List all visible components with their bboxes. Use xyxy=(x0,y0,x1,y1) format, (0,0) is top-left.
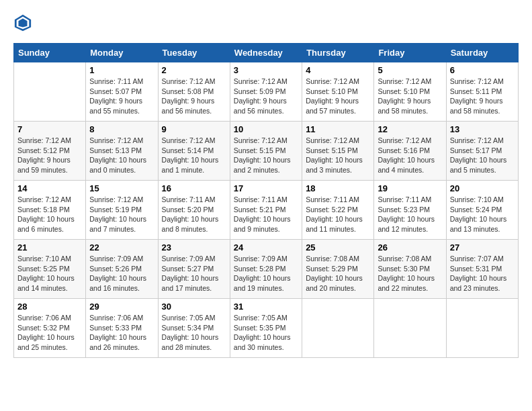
day-number: 14 xyxy=(17,183,82,193)
week-row-2: 7Sunrise: 7:12 AM Sunset: 5:12 PM Daylig… xyxy=(14,122,519,181)
day-info: Sunrise: 7:09 AM Sunset: 5:28 PM Dayligh… xyxy=(234,254,298,293)
calendar-cell: 29Sunrise: 7:06 AM Sunset: 5:33 PM Dayli… xyxy=(86,299,158,358)
calendar-cell: 21Sunrise: 7:10 AM Sunset: 5:25 PM Dayli… xyxy=(14,240,86,299)
day-info: Sunrise: 7:12 AM Sunset: 5:15 PM Dayligh… xyxy=(306,136,370,175)
calendar-cell: 18Sunrise: 7:11 AM Sunset: 5:22 PM Dayli… xyxy=(302,181,374,240)
day-number: 19 xyxy=(378,183,442,193)
calendar-cell: 11Sunrise: 7:12 AM Sunset: 5:15 PM Dayli… xyxy=(302,122,374,181)
day-number: 1 xyxy=(89,65,154,75)
day-info: Sunrise: 7:12 AM Sunset: 5:10 PM Dayligh… xyxy=(306,77,370,116)
calendar-cell: 31Sunrise: 7:05 AM Sunset: 5:35 PM Dayli… xyxy=(230,299,302,358)
calendar-cell: 6Sunrise: 7:12 AM Sunset: 5:11 PM Daylig… xyxy=(446,62,518,122)
calendar-cell: 15Sunrise: 7:12 AM Sunset: 5:19 PM Dayli… xyxy=(86,181,158,240)
day-info: Sunrise: 7:12 AM Sunset: 5:11 PM Dayligh… xyxy=(450,77,515,116)
day-header-sunday: Sunday xyxy=(14,44,86,62)
calendar-cell: 27Sunrise: 7:07 AM Sunset: 5:31 PM Dayli… xyxy=(446,240,518,299)
calendar-cell: 20Sunrise: 7:10 AM Sunset: 5:24 PM Dayli… xyxy=(446,181,518,240)
day-number: 3 xyxy=(234,65,298,75)
calendar-cell: 25Sunrise: 7:08 AM Sunset: 5:29 PM Dayli… xyxy=(302,240,374,299)
day-number: 10 xyxy=(234,124,298,134)
calendar-cell xyxy=(446,299,518,358)
calendar-cell: 4Sunrise: 7:12 AM Sunset: 5:10 PM Daylig… xyxy=(302,62,374,122)
calendar-cell: 9Sunrise: 7:12 AM Sunset: 5:14 PM Daylig… xyxy=(158,122,230,181)
day-info: Sunrise: 7:12 AM Sunset: 5:17 PM Dayligh… xyxy=(450,136,515,175)
page-header xyxy=(13,13,519,32)
day-info: Sunrise: 7:12 AM Sunset: 5:18 PM Dayligh… xyxy=(17,195,82,234)
day-header-friday: Friday xyxy=(374,44,446,62)
calendar-cell: 26Sunrise: 7:08 AM Sunset: 5:30 PM Dayli… xyxy=(374,240,446,299)
calendar-cell xyxy=(374,299,446,358)
day-info: Sunrise: 7:08 AM Sunset: 5:30 PM Dayligh… xyxy=(378,254,442,293)
day-info: Sunrise: 7:06 AM Sunset: 5:32 PM Dayligh… xyxy=(17,313,82,353)
day-number: 11 xyxy=(306,124,370,134)
day-number: 28 xyxy=(17,302,82,312)
calendar-cell: 19Sunrise: 7:11 AM Sunset: 5:23 PM Dayli… xyxy=(374,181,446,240)
day-info: Sunrise: 7:09 AM Sunset: 5:26 PM Dayligh… xyxy=(89,254,154,293)
calendar-cell: 10Sunrise: 7:12 AM Sunset: 5:15 PM Dayli… xyxy=(230,122,302,181)
day-info: Sunrise: 7:10 AM Sunset: 5:25 PM Dayligh… xyxy=(17,254,82,293)
day-number: 7 xyxy=(17,124,82,134)
calendar-cell: 7Sunrise: 7:12 AM Sunset: 5:12 PM Daylig… xyxy=(14,122,86,181)
week-row-1: 1Sunrise: 7:11 AM Sunset: 5:07 PM Daylig… xyxy=(14,62,519,122)
calendar-cell: 14Sunrise: 7:12 AM Sunset: 5:18 PM Dayli… xyxy=(14,181,86,240)
week-row-5: 28Sunrise: 7:06 AM Sunset: 5:32 PM Dayli… xyxy=(14,299,519,358)
day-info: Sunrise: 7:12 AM Sunset: 5:19 PM Dayligh… xyxy=(89,195,154,234)
day-info: Sunrise: 7:05 AM Sunset: 5:34 PM Dayligh… xyxy=(162,313,226,353)
day-header-monday: Monday xyxy=(86,44,158,62)
day-header-wednesday: Wednesday xyxy=(230,44,302,62)
calendar-cell: 12Sunrise: 7:12 AM Sunset: 5:16 PM Dayli… xyxy=(374,122,446,181)
day-info: Sunrise: 7:10 AM Sunset: 5:24 PM Dayligh… xyxy=(450,195,515,234)
calendar-cell xyxy=(302,299,374,358)
calendar-cell: 22Sunrise: 7:09 AM Sunset: 5:26 PM Dayli… xyxy=(86,240,158,299)
day-number: 31 xyxy=(234,302,298,312)
day-number: 2 xyxy=(162,65,226,75)
calendar-cell: 28Sunrise: 7:06 AM Sunset: 5:32 PM Dayli… xyxy=(14,299,86,358)
day-number: 26 xyxy=(378,242,442,253)
calendar-cell: 13Sunrise: 7:12 AM Sunset: 5:17 PM Dayli… xyxy=(446,122,518,181)
calendar-cell: 30Sunrise: 7:05 AM Sunset: 5:34 PM Dayli… xyxy=(158,299,230,358)
calendar-cell: 1Sunrise: 7:11 AM Sunset: 5:07 PM Daylig… xyxy=(86,62,158,122)
day-info: Sunrise: 7:06 AM Sunset: 5:33 PM Dayligh… xyxy=(89,313,154,353)
calendar-cell: 17Sunrise: 7:11 AM Sunset: 5:21 PM Dayli… xyxy=(230,181,302,240)
day-number: 13 xyxy=(450,124,515,134)
day-number: 17 xyxy=(234,183,298,193)
day-number: 24 xyxy=(234,242,298,253)
day-info: Sunrise: 7:11 AM Sunset: 5:21 PM Dayligh… xyxy=(234,195,298,234)
day-info: Sunrise: 7:09 AM Sunset: 5:27 PM Dayligh… xyxy=(162,254,226,293)
logo xyxy=(13,13,35,32)
day-number: 23 xyxy=(162,242,226,253)
day-info: Sunrise: 7:12 AM Sunset: 5:16 PM Dayligh… xyxy=(378,136,442,175)
day-info: Sunrise: 7:11 AM Sunset: 5:22 PM Dayligh… xyxy=(306,195,370,234)
day-number: 29 xyxy=(89,302,154,312)
day-number: 22 xyxy=(89,242,154,253)
day-number: 12 xyxy=(378,124,442,134)
day-number: 8 xyxy=(89,124,154,134)
day-number: 5 xyxy=(378,65,442,75)
day-number: 15 xyxy=(89,183,154,193)
day-info: Sunrise: 7:12 AM Sunset: 5:10 PM Dayligh… xyxy=(378,77,442,116)
calendar-cell xyxy=(14,62,86,122)
day-info: Sunrise: 7:12 AM Sunset: 5:12 PM Dayligh… xyxy=(17,136,82,175)
logo-icon xyxy=(13,13,32,32)
day-number: 30 xyxy=(162,302,226,312)
day-info: Sunrise: 7:12 AM Sunset: 5:14 PM Dayligh… xyxy=(162,136,226,175)
day-info: Sunrise: 7:11 AM Sunset: 5:23 PM Dayligh… xyxy=(378,195,442,234)
day-number: 27 xyxy=(450,242,515,253)
calendar-cell: 16Sunrise: 7:11 AM Sunset: 5:20 PM Dayli… xyxy=(158,181,230,240)
calendar-cell: 8Sunrise: 7:12 AM Sunset: 5:13 PM Daylig… xyxy=(86,122,158,181)
day-number: 4 xyxy=(306,65,370,75)
day-number: 25 xyxy=(306,242,370,253)
calendar-cell: 2Sunrise: 7:12 AM Sunset: 5:08 PM Daylig… xyxy=(158,62,230,122)
header-row: SundayMondayTuesdayWednesdayThursdayFrid… xyxy=(14,44,519,62)
calendar-cell: 5Sunrise: 7:12 AM Sunset: 5:10 PM Daylig… xyxy=(374,62,446,122)
calendar-cell: 23Sunrise: 7:09 AM Sunset: 5:27 PM Dayli… xyxy=(158,240,230,299)
day-number: 16 xyxy=(162,183,226,193)
day-info: Sunrise: 7:07 AM Sunset: 5:31 PM Dayligh… xyxy=(450,254,515,293)
day-info: Sunrise: 7:12 AM Sunset: 5:09 PM Dayligh… xyxy=(234,77,298,116)
day-number: 20 xyxy=(450,183,515,193)
day-info: Sunrise: 7:05 AM Sunset: 5:35 PM Dayligh… xyxy=(234,313,298,353)
day-header-thursday: Thursday xyxy=(302,44,374,62)
day-info: Sunrise: 7:08 AM Sunset: 5:29 PM Dayligh… xyxy=(306,254,370,293)
week-row-4: 21Sunrise: 7:10 AM Sunset: 5:25 PM Dayli… xyxy=(14,240,519,299)
week-row-3: 14Sunrise: 7:12 AM Sunset: 5:18 PM Dayli… xyxy=(14,181,519,240)
